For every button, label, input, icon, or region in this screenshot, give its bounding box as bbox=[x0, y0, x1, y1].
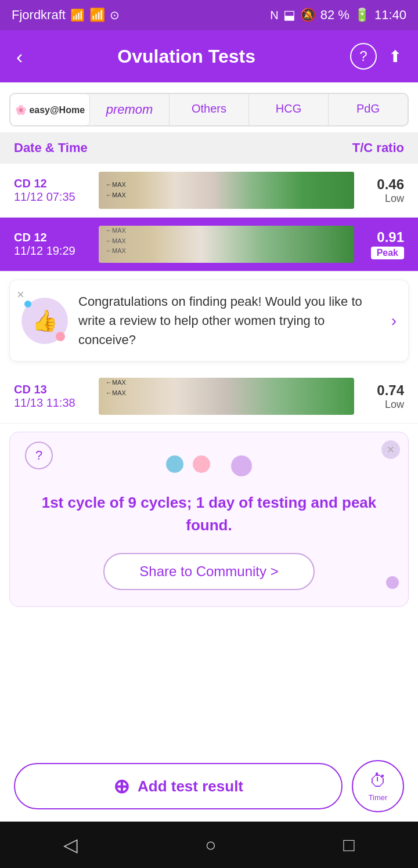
congrats-close-button[interactable]: × bbox=[17, 287, 24, 302]
dot-purple-right bbox=[231, 455, 252, 476]
dot-blue bbox=[166, 455, 183, 473]
column-headers: Date & Time T/C ratio bbox=[0, 132, 418, 164]
nav-bar: ◁ ○ □ bbox=[0, 822, 418, 868]
decoration-dots bbox=[21, 450, 397, 476]
date-time-header: Date & Time bbox=[14, 140, 88, 155]
tab-pdg[interactable]: PdG bbox=[329, 94, 408, 125]
time-label: 11:40 bbox=[374, 8, 406, 23]
test-row[interactable]: CD 12 11/12 07:35 ←MAX ←MAX 0.46 Low bbox=[0, 164, 418, 218]
test-value-1: 0.46 Low bbox=[363, 176, 404, 205]
tab-premom[interactable]: premom bbox=[90, 94, 170, 125]
tc-ratio-header: T/C ratio bbox=[352, 140, 404, 155]
battery-label: 82 % bbox=[320, 8, 349, 23]
tc-value-1: 0.46 bbox=[363, 176, 404, 193]
page-title: Ovulation Tests bbox=[23, 46, 350, 67]
status-3: Low bbox=[363, 399, 404, 411]
cd-label-3: CD 13 bbox=[14, 383, 89, 396]
tab-easy-home-label: 🌸 easy@Home bbox=[15, 104, 85, 115]
bottom-action-bar: ⊕ Add test result ⏱ Timer bbox=[0, 751, 418, 822]
add-icon: ⊕ bbox=[113, 775, 129, 798]
strip-visual-1: ←MAX ←MAX bbox=[99, 172, 354, 209]
community-main-text: 1st cycle of 9 cycles; 1 day of testing … bbox=[21, 491, 397, 537]
congrats-arrow-button[interactable]: › bbox=[391, 312, 397, 330]
tc-value-2: 0.91 bbox=[363, 229, 404, 245]
tab-hcg[interactable]: HCG bbox=[249, 94, 329, 125]
bluetooth-icon: ⬓ bbox=[283, 8, 296, 23]
test-date-1: CD 12 11/12 07:35 bbox=[14, 177, 89, 204]
carrier-label: Fjordkraft bbox=[12, 8, 66, 23]
cd-label-2: CD 12 bbox=[14, 231, 89, 244]
community-question-icon: ? bbox=[25, 442, 53, 469]
add-test-button[interactable]: ⊕ Add test result bbox=[14, 763, 343, 809]
timer-icon: ⏱ bbox=[369, 771, 387, 791]
bottom-spacer bbox=[0, 615, 418, 731]
datetime-2: 11/12 19:29 bbox=[14, 244, 89, 258]
header-actions: ? ⬆ bbox=[350, 43, 402, 70]
tab-others[interactable]: Others bbox=[170, 94, 249, 125]
strip-labels-1: ←MAX ←MAX bbox=[106, 180, 126, 200]
battery-icon: 🔋 bbox=[354, 8, 370, 23]
strip-labels-3: ←MAX ←MAX bbox=[106, 378, 126, 398]
congrats-text: Congratulations on finding peak! Would y… bbox=[78, 292, 381, 349]
cd-label-1: CD 12 bbox=[14, 177, 89, 190]
tab-pdg-label: PdG bbox=[356, 102, 380, 115]
status-right: N ⬓ 🔕 82 % 🔋 11:40 bbox=[270, 8, 406, 23]
timer-label: Timer bbox=[369, 793, 388, 802]
test-date-3: CD 13 11/13 11:38 bbox=[14, 383, 89, 410]
tab-others-label: Others bbox=[192, 102, 226, 115]
tab-easy-home[interactable]: 🌸 easy@Home bbox=[10, 94, 90, 125]
back-button[interactable]: ‹ bbox=[16, 45, 23, 68]
sync-icon: ⊙ bbox=[110, 8, 120, 22]
test-value-2: 0.91 Peak bbox=[363, 229, 404, 259]
test-value-3: 0.74 Low bbox=[363, 382, 404, 411]
timer-button[interactable]: ⏱ Timer bbox=[352, 760, 404, 812]
tab-bar: 🌸 easy@Home premom Others HCG PdG bbox=[9, 93, 409, 126]
datetime-3: 11/13 11:38 bbox=[14, 396, 89, 410]
strip-labels-2: ←MAX ←MAX ←MAX bbox=[106, 226, 126, 256]
test-strip-3: ←MAX ←MAX bbox=[99, 378, 354, 415]
dot-pink bbox=[193, 455, 210, 473]
nfc-icon: N bbox=[270, 9, 278, 22]
nav-back-button[interactable]: ◁ bbox=[63, 834, 78, 856]
dot-decoration-bottom bbox=[386, 576, 399, 589]
header: ‹ Ovulation Tests ? ⬆ bbox=[0, 30, 418, 82]
share-to-community-button[interactable]: Share to Community > bbox=[103, 553, 314, 590]
test-strip-1: ←MAX ←MAX bbox=[99, 172, 354, 209]
wifi-icon: 📶 bbox=[89, 8, 105, 23]
peak-badge: Peak bbox=[371, 247, 404, 259]
tab-premom-label: premom bbox=[106, 102, 153, 117]
silent-icon: 🔕 bbox=[300, 8, 316, 23]
community-card: ? × 1st cycle of 9 cycles; 1 day of test… bbox=[9, 432, 409, 607]
status-bar: Fjordkraft 📶 📶 ⊙ N ⬓ 🔕 82 % 🔋 11:40 bbox=[0, 0, 418, 30]
test-strip-2: ←MAX ←MAX ←MAX bbox=[99, 226, 354, 263]
test-row-3[interactable]: CD 13 11/13 11:38 ←MAX ←MAX 0.74 Low bbox=[0, 370, 418, 424]
add-test-label: Add test result bbox=[138, 777, 243, 795]
test-row-peak[interactable]: CD 12 11/12 19:29 ←MAX ←MAX ←MAX 0.91 Pe… bbox=[0, 218, 418, 272]
status-left: Fjordkraft 📶 📶 ⊙ bbox=[12, 8, 120, 23]
signal-icon: 📶 bbox=[70, 8, 85, 22]
share-button[interactable]: ⬆ bbox=[388, 47, 402, 66]
congratulations-card: × 👍 Congratulations on finding peak! Wou… bbox=[9, 280, 409, 361]
nav-recent-button[interactable]: □ bbox=[343, 834, 354, 856]
community-content: 1st cycle of 9 cycles; 1 day of testing … bbox=[21, 486, 397, 590]
help-button[interactable]: ? bbox=[350, 43, 377, 70]
datetime-1: 11/12 07:35 bbox=[14, 190, 89, 204]
status-1: Low bbox=[363, 193, 404, 205]
nav-home-button[interactable]: ○ bbox=[205, 834, 216, 856]
test-date-2: CD 12 11/12 19:29 bbox=[14, 231, 89, 258]
tc-value-3: 0.74 bbox=[363, 382, 404, 399]
tab-hcg-label: HCG bbox=[276, 102, 301, 115]
congrats-icon: 👍 bbox=[21, 298, 68, 344]
community-close-button[interactable]: × bbox=[381, 440, 400, 459]
